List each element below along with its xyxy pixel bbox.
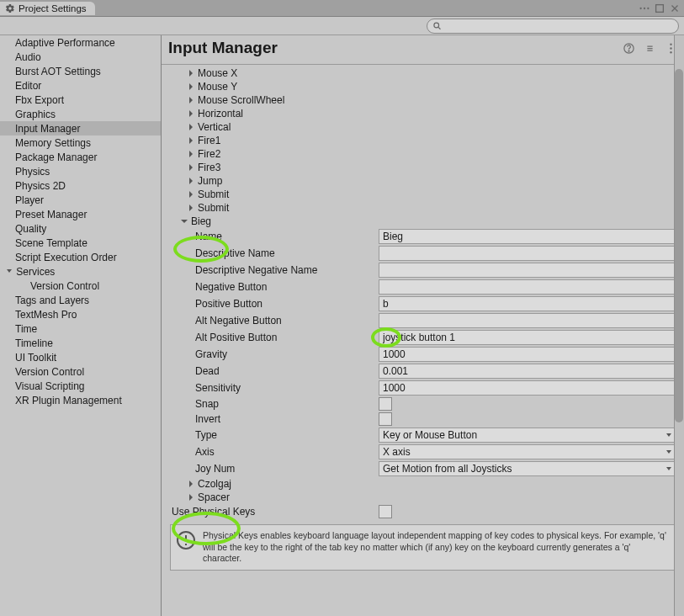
search-box[interactable] xyxy=(427,19,679,34)
prop-gravity: Gravity xyxy=(195,346,677,363)
prop-dead: Dead xyxy=(195,363,677,380)
sidebar-item-physics[interactable]: Physics xyxy=(0,164,161,178)
sidebar-item-xr-plugin-management[interactable]: XR Plugin Management xyxy=(0,393,161,407)
prop-input-positive-button[interactable] xyxy=(379,296,677,311)
menu-icon[interactable] xyxy=(639,3,650,14)
sidebar-item-ui-toolkit[interactable]: UI Toolkit xyxy=(0,350,161,364)
chevron-down-icon xyxy=(180,217,188,226)
prop-label: Type xyxy=(195,429,379,441)
sidebar-item-fbx-export[interactable]: Fbx Export xyxy=(0,93,161,107)
close-icon[interactable] xyxy=(669,3,681,14)
axis-fire3[interactable]: Fire3 xyxy=(168,161,677,174)
axis-horizontal[interactable]: Horizontal xyxy=(168,107,677,120)
sidebar-item-version-control[interactable]: Version Control xyxy=(0,364,161,379)
axis-submit[interactable]: Submit xyxy=(168,188,677,201)
prop-checkbox-use-physical-keys[interactable] xyxy=(379,505,392,518)
axis-vertical[interactable]: Vertical xyxy=(168,120,677,134)
sidebar-item-script-execution-order[interactable]: Script Execution Order xyxy=(0,250,161,264)
info-text: Physical Keys enables keyboard language … xyxy=(203,530,670,565)
chevron-right-icon xyxy=(187,109,195,118)
sidebar-item-version-control[interactable]: Version Control xyxy=(0,279,161,293)
prop-input-alt-positive-button[interactable] xyxy=(379,330,677,345)
chevron-right-icon xyxy=(187,69,195,77)
help-icon[interactable] xyxy=(623,42,635,55)
sidebar-item-memory-settings[interactable]: Memory Settings xyxy=(0,135,161,150)
prop-input-descriptive-negative-name[interactable] xyxy=(379,263,677,278)
sidebar-item-player[interactable]: Player xyxy=(0,193,161,207)
axis-mouse-scrollwheel[interactable]: Mouse ScrollWheel xyxy=(168,93,677,107)
axis-jump[interactable]: Jump xyxy=(168,174,677,188)
gear-icon xyxy=(5,3,15,13)
axis-bieg[interactable]: Bieg xyxy=(168,215,677,228)
sidebar-item-burst-aot-settings[interactable]: Burst AOT Settings xyxy=(0,64,161,78)
info-icon xyxy=(176,530,196,550)
axis-label: Mouse X xyxy=(198,67,237,79)
sidebar-item-input-manager[interactable]: Input Manager xyxy=(0,121,161,135)
axis-label: Mouse ScrollWheel xyxy=(198,94,284,106)
chevron-right-icon xyxy=(187,480,195,488)
prop-select-axis[interactable]: X axis xyxy=(379,444,677,459)
tab-label: Project Settings xyxy=(19,3,87,13)
sidebar-item-tags-and-layers[interactable]: Tags and Layers xyxy=(0,293,161,307)
tab-bar: Project Settings xyxy=(0,0,684,17)
prop-label: Axis xyxy=(195,446,379,458)
sidebar-item-graphics[interactable]: Graphics xyxy=(0,107,161,121)
prop-checkbox-invert[interactable] xyxy=(379,412,392,426)
prop-invert: Invert xyxy=(195,412,677,427)
axis-fire2[interactable]: Fire2 xyxy=(168,147,677,161)
prop-input-negative-button[interactable] xyxy=(379,279,677,295)
maximize-icon[interactable] xyxy=(654,3,665,14)
sidebar-item-textmesh-pro[interactable]: TextMesh Pro xyxy=(0,307,161,321)
scrollbar[interactable] xyxy=(674,35,684,616)
sidebar-item-physics-2d[interactable]: Physics 2D xyxy=(0,178,161,193)
prop-input-name[interactable] xyxy=(379,229,677,244)
sidebar-item-visual-scripting[interactable]: Visual Scripting xyxy=(0,379,161,393)
sidebar-item-package-manager[interactable]: Package Manager xyxy=(0,150,161,164)
axis-label: Fire1 xyxy=(198,135,220,146)
axis-label: Horizontal xyxy=(198,108,243,119)
content-panel: Input Manager Mouse XMouse YMouse Scroll… xyxy=(162,35,684,616)
sidebar-item-editor[interactable]: Editor xyxy=(0,78,161,93)
search-input[interactable] xyxy=(445,21,673,31)
sidebar-item-services[interactable]: Services xyxy=(0,264,161,279)
axis-submit[interactable]: Submit xyxy=(168,201,677,215)
settings-icon[interactable] xyxy=(644,42,656,55)
sidebar-item-quality[interactable]: Quality xyxy=(0,221,161,236)
prop-select-type[interactable]: Key or Mouse Button xyxy=(379,427,677,443)
sidebar-item-adaptive-performance[interactable]: Adaptive Performance xyxy=(0,35,161,50)
svg-point-7 xyxy=(628,50,629,51)
prop-axis: AxisX axis xyxy=(195,443,677,460)
tab-project-settings[interactable]: Project Settings xyxy=(0,2,95,15)
sidebar-item-timeline[interactable]: Timeline xyxy=(0,336,161,350)
prop-input-descriptive-name[interactable] xyxy=(379,246,677,261)
axis-mouse-x[interactable]: Mouse X xyxy=(168,66,677,80)
chevron-right-icon xyxy=(187,96,195,104)
prop-label: Gravity xyxy=(195,348,379,360)
prop-input-alt-negative-button[interactable] xyxy=(379,313,677,328)
axis-czolgaj[interactable]: Czolgaj xyxy=(168,477,677,491)
svg-point-8 xyxy=(670,43,671,45)
svg-point-9 xyxy=(670,47,671,49)
axis-fire1[interactable]: Fire1 xyxy=(168,134,677,147)
prop-checkbox-snap[interactable] xyxy=(379,397,392,411)
select-value: Key or Mouse Button xyxy=(383,429,477,441)
prop-select-joy-num[interactable]: Get Motion from all Joysticks xyxy=(379,461,677,476)
sidebar-item-scene-template[interactable]: Scene Template xyxy=(0,236,161,250)
axis-label: Vertical xyxy=(198,121,231,133)
prop-label: Alt Positive Button xyxy=(195,332,379,343)
sidebar-item-preset-manager[interactable]: Preset Manager xyxy=(0,207,161,221)
axis-spacer[interactable]: Spacer xyxy=(168,491,677,504)
prop-input-sensitivity[interactable] xyxy=(379,380,677,396)
axis-label: Jump xyxy=(198,175,222,187)
svg-point-2 xyxy=(647,7,649,8)
sidebar-item-time[interactable]: Time xyxy=(0,321,161,336)
scrollbar-thumb[interactable] xyxy=(675,69,683,422)
prop-input-dead[interactable] xyxy=(379,364,677,379)
svg-point-10 xyxy=(670,50,671,52)
axis-mouse-y[interactable]: Mouse Y xyxy=(168,80,677,93)
sidebar-item-audio[interactable]: Audio xyxy=(0,50,161,64)
prop-input-gravity[interactable] xyxy=(379,347,677,362)
chevron-right-icon xyxy=(187,136,195,145)
svg-rect-13 xyxy=(185,535,187,542)
prop-descriptive-negative-name: Descriptive Negative Name xyxy=(195,262,677,279)
